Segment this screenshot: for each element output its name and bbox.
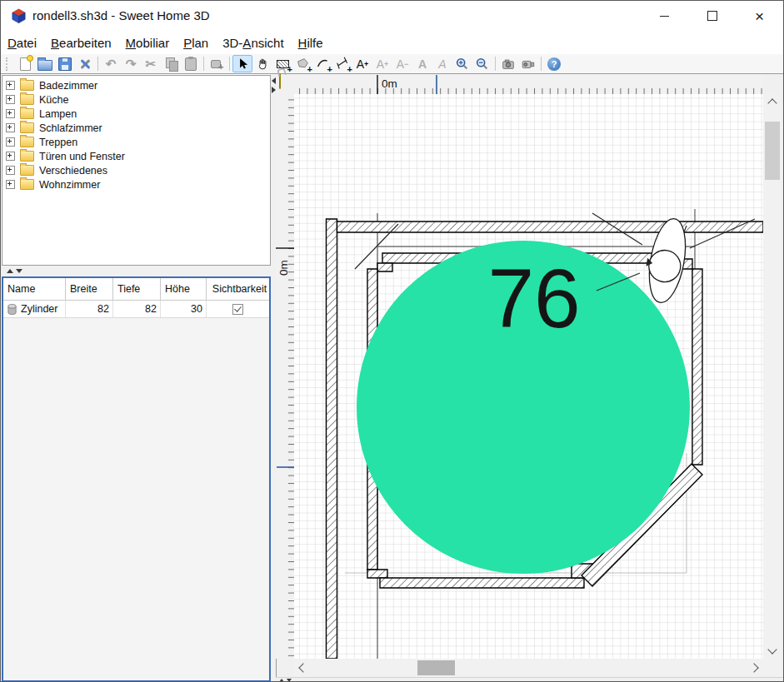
add-text-button[interactable]: A+ <box>352 55 372 72</box>
create-polylines-button[interactable] <box>312 55 332 72</box>
expand-icon[interactable] <box>6 152 15 161</box>
open-button[interactable] <box>35 55 55 72</box>
tree-item-verschiedenes[interactable]: Verschiedenes <box>2 163 270 177</box>
catalog-table-splitter[interactable] <box>1 266 272 276</box>
copy-button[interactable] <box>161 55 181 72</box>
cut-icon: ✂ <box>146 57 157 70</box>
video-camera-icon <box>521 57 536 72</box>
plan-canvas[interactable]: 76 <box>294 94 763 659</box>
vertical-scroll-thumb[interactable] <box>765 122 780 180</box>
tree-item-lampen[interactable]: Lampen <box>2 107 270 121</box>
help-icon <box>547 57 561 71</box>
menu-mobiliar[interactable]: Mobiliar <box>126 36 170 50</box>
menu-hilfe[interactable]: Hilfe <box>298 36 323 50</box>
chevron-left-icon <box>298 663 307 672</box>
scroll-right-button[interactable] <box>745 659 763 677</box>
expand-icon[interactable] <box>6 109 15 118</box>
tree-item-tueren-und-fenster[interactable]: Türen und Fenster <box>2 149 270 163</box>
bold-icon: A <box>418 58 427 70</box>
maximize-button[interactable] <box>688 1 736 31</box>
save-button[interactable] <box>55 55 75 72</box>
title-bar: rondell3.sh3d - Sweet Home 3D × <box>1 1 783 32</box>
expand-icon[interactable] <box>6 180 15 189</box>
undo-button[interactable]: ↶ <box>101 55 121 72</box>
expand-icon[interactable] <box>6 95 15 104</box>
plan-3d-splitter[interactable] <box>276 677 784 682</box>
toolbar-separator <box>229 57 230 71</box>
column-header-tiefe[interactable]: Tiefe <box>113 278 161 300</box>
create-walls-icon <box>277 60 289 68</box>
save-icon <box>58 57 72 71</box>
horizontal-scroll-thumb[interactable] <box>417 660 455 675</box>
menu-plan[interactable]: Plan <box>183 36 208 50</box>
splitter-collapse-up-icon[interactable] <box>279 679 284 682</box>
preferences-icon <box>78 57 92 71</box>
horizontal-ruler: 0m <box>294 74 763 94</box>
visibility-checkbox[interactable] <box>232 304 243 315</box>
tree-item-kueche[interactable]: Küche <box>2 92 270 107</box>
pan-tool-button[interactable] <box>252 55 272 72</box>
plan-horizontal-scrollbar[interactable] <box>294 659 763 677</box>
minimize-button[interactable] <box>641 1 688 31</box>
plan-text-label[interactable]: 76 <box>487 251 580 345</box>
zoom-in-button[interactable] <box>452 55 472 72</box>
expand-icon[interactable] <box>6 123 15 132</box>
help-button[interactable] <box>544 55 564 72</box>
cylinder-icon <box>7 303 17 316</box>
menu-datei[interactable]: Datei <box>7 36 37 50</box>
floor-plan-drawing: 76 <box>294 94 763 659</box>
plan-vertical-scrollbar[interactable] <box>763 94 782 659</box>
window-title: rondell3.sh3d - Sweet Home 3D <box>32 8 210 22</box>
create-photo-button[interactable] <box>498 55 518 72</box>
italic-button[interactable]: A <box>432 55 452 72</box>
expand-icon[interactable] <box>6 166 15 175</box>
tree-item-schlafzimmer[interactable]: Schlafzimmer <box>2 121 270 135</box>
splitter-collapse-up-icon[interactable] <box>7 269 13 273</box>
enlarge-text-button[interactable]: A+ <box>372 55 392 72</box>
add-furniture-button[interactable] <box>207 55 227 72</box>
unlocked-padlock-icon <box>279 73 281 89</box>
splitter-collapse-down-icon[interactable] <box>16 269 22 273</box>
expand-icon[interactable] <box>6 81 15 90</box>
paste-button[interactable] <box>181 55 201 72</box>
toolbar-separator <box>541 57 542 71</box>
zoom-out-button[interactable] <box>472 55 492 72</box>
column-header-name[interactable]: Name <box>3 278 66 300</box>
plus-icon: + <box>364 60 368 68</box>
scroll-down-button[interactable] <box>763 640 782 659</box>
reduce-text-icon: A <box>397 58 404 70</box>
folder-icon <box>20 179 34 190</box>
app-window: rondell3.sh3d - Sweet Home 3D × Datei Be… <box>0 0 784 682</box>
add-text-icon: A <box>357 58 364 70</box>
menu-3d-ansicht[interactable]: 3D-Ansicht <box>222 36 283 50</box>
scroll-left-button[interactable] <box>294 659 312 677</box>
splitter-collapse-down-icon[interactable] <box>287 679 292 682</box>
new-document-button[interactable] <box>15 55 35 72</box>
tree-item-badezimmer[interactable]: Badezimmer <box>2 78 270 92</box>
column-header-breite[interactable]: Breite <box>66 278 113 300</box>
select-tool-button[interactable] <box>232 55 252 72</box>
cut-button[interactable]: ✂ <box>141 55 161 72</box>
create-dimensions-button[interactable] <box>332 55 352 72</box>
preferences-button[interactable] <box>75 55 95 72</box>
create-polylines-icon <box>316 57 330 71</box>
close-button[interactable]: × <box>736 1 783 31</box>
column-header-hoehe[interactable]: Höhe <box>161 278 207 300</box>
furniture-list-table: Name Breite Tiefe Höhe Sichtbarkeit Zyli… <box>2 276 271 682</box>
tree-item-wohnzimmer[interactable]: Wohnzimmer <box>2 177 270 192</box>
redo-button[interactable]: ↷ <box>121 55 141 72</box>
reduce-text-button[interactable]: A− <box>392 55 412 72</box>
select-arrow-icon <box>236 57 250 71</box>
bold-button[interactable]: A <box>412 55 432 72</box>
column-header-sichtbarkeit[interactable]: Sichtbarkeit <box>207 278 268 300</box>
scroll-up-button[interactable] <box>763 94 782 112</box>
menu-bearbeiten[interactable]: Bearbeiten <box>51 36 112 50</box>
create-rooms-button[interactable] <box>292 55 312 72</box>
paste-icon <box>185 57 197 71</box>
expand-icon[interactable] <box>6 137 15 147</box>
tree-item-treppen[interactable]: Treppen <box>2 135 270 149</box>
toolbar-grip[interactable] <box>6 57 10 71</box>
table-row[interactable]: Zylinder 82 82 30 <box>3 301 269 318</box>
create-video-button[interactable] <box>518 55 538 72</box>
folder-icon <box>20 137 34 147</box>
